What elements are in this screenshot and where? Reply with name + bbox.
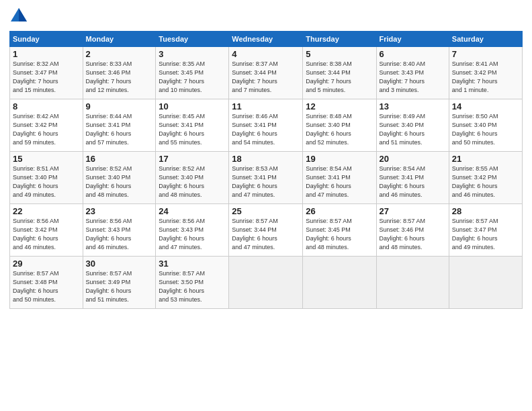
day-info: Sunrise: 8:49 AM Sunset: 3:40 PM Dayligh… xyxy=(380,112,446,147)
calendar-week-row: 8Sunrise: 8:42 AM Sunset: 3:42 PM Daylig… xyxy=(10,99,523,152)
day-info: Sunrise: 8:45 AM Sunset: 3:41 PM Dayligh… xyxy=(159,112,226,147)
day-info: Sunrise: 8:53 AM Sunset: 3:41 PM Dayligh… xyxy=(232,165,300,199)
day-number: 31 xyxy=(159,259,226,269)
calendar-day-cell: 25Sunrise: 8:57 AM Sunset: 3:44 PM Dayli… xyxy=(229,204,303,257)
svg-marker-1 xyxy=(19,8,27,21)
calendar-day-cell: 11Sunrise: 8:46 AM Sunset: 3:41 PM Dayli… xyxy=(229,99,303,152)
day-number: 10 xyxy=(159,101,226,111)
day-number: 12 xyxy=(306,101,373,111)
calendar-day-cell: 31Sunrise: 8:57 AM Sunset: 3:50 PM Dayli… xyxy=(156,257,229,309)
day-info: Sunrise: 8:57 AM Sunset: 3:47 PM Dayligh… xyxy=(452,217,519,252)
calendar-day-cell xyxy=(376,257,449,309)
day-info: Sunrise: 8:57 AM Sunset: 3:50 PM Dayligh… xyxy=(159,269,226,304)
calendar-week-row: 22Sunrise: 8:56 AM Sunset: 3:42 PM Dayli… xyxy=(10,204,523,257)
calendar-day-cell: 7Sunrise: 8:41 AM Sunset: 3:42 PM Daylig… xyxy=(449,47,522,99)
calendar-day-cell: 10Sunrise: 8:45 AM Sunset: 3:41 PM Dayli… xyxy=(156,99,229,152)
calendar-day-cell: 18Sunrise: 8:53 AM Sunset: 3:41 PM Dayli… xyxy=(229,152,303,204)
calendar-day-cell: 9Sunrise: 8:44 AM Sunset: 3:41 PM Daylig… xyxy=(83,99,156,152)
calendar-week-row: 1Sunrise: 8:32 AM Sunset: 3:47 PM Daylig… xyxy=(10,47,523,99)
weekday-header-wednesday: Wednesday xyxy=(229,32,303,47)
day-number: 30 xyxy=(86,259,153,269)
page: SundayMondayTuesdayWednesdayThursdayFrid… xyxy=(0,0,532,411)
weekday-header-friday: Friday xyxy=(376,32,449,47)
day-number: 22 xyxy=(13,206,80,216)
day-info: Sunrise: 8:41 AM Sunset: 3:42 PM Dayligh… xyxy=(452,60,519,95)
day-number: 1 xyxy=(13,49,80,59)
day-info: Sunrise: 8:48 AM Sunset: 3:40 PM Dayligh… xyxy=(306,112,373,147)
day-number: 9 xyxy=(86,101,153,111)
calendar-day-cell xyxy=(449,257,522,309)
day-number: 21 xyxy=(452,154,519,164)
day-info: Sunrise: 8:35 AM Sunset: 3:45 PM Dayligh… xyxy=(159,60,226,95)
day-number: 26 xyxy=(306,206,373,216)
calendar-day-cell: 26Sunrise: 8:57 AM Sunset: 3:45 PM Dayli… xyxy=(303,204,376,257)
calendar-table: SundayMondayTuesdayWednesdayThursdayFrid… xyxy=(9,31,523,309)
weekday-header-monday: Monday xyxy=(83,32,156,47)
calendar-week-row: 29Sunrise: 8:57 AM Sunset: 3:48 PM Dayli… xyxy=(10,257,523,309)
day-number: 20 xyxy=(380,154,446,164)
day-number: 11 xyxy=(232,101,300,111)
calendar-day-cell: 17Sunrise: 8:52 AM Sunset: 3:40 PM Dayli… xyxy=(156,152,229,204)
day-number: 8 xyxy=(13,101,80,111)
day-info: Sunrise: 8:51 AM Sunset: 3:40 PM Dayligh… xyxy=(13,165,80,199)
calendar-day-cell: 29Sunrise: 8:57 AM Sunset: 3:48 PM Dayli… xyxy=(10,257,83,309)
weekday-header-row: SundayMondayTuesdayWednesdayThursdayFrid… xyxy=(10,32,523,47)
day-info: Sunrise: 8:44 AM Sunset: 3:41 PM Dayligh… xyxy=(86,112,153,147)
calendar-day-cell: 12Sunrise: 8:48 AM Sunset: 3:40 PM Dayli… xyxy=(303,99,376,152)
day-number: 29 xyxy=(13,259,80,269)
day-number: 15 xyxy=(13,154,80,164)
day-info: Sunrise: 8:57 AM Sunset: 3:45 PM Dayligh… xyxy=(306,217,373,252)
day-info: Sunrise: 8:54 AM Sunset: 3:41 PM Dayligh… xyxy=(306,165,373,199)
day-number: 6 xyxy=(380,49,446,59)
logo-icon xyxy=(9,7,28,26)
calendar-day-cell: 8Sunrise: 8:42 AM Sunset: 3:42 PM Daylig… xyxy=(10,99,83,152)
weekday-header-sunday: Sunday xyxy=(10,32,83,47)
weekday-header-thursday: Thursday xyxy=(303,32,376,47)
calendar-day-cell: 5Sunrise: 8:38 AM Sunset: 3:44 PM Daylig… xyxy=(303,47,376,99)
calendar-day-cell: 19Sunrise: 8:54 AM Sunset: 3:41 PM Dayli… xyxy=(303,152,376,204)
day-info: Sunrise: 8:52 AM Sunset: 3:40 PM Dayligh… xyxy=(159,165,226,199)
calendar-day-cell: 4Sunrise: 8:37 AM Sunset: 3:44 PM Daylig… xyxy=(229,47,303,99)
day-info: Sunrise: 8:57 AM Sunset: 3:49 PM Dayligh… xyxy=(86,269,153,304)
day-number: 18 xyxy=(232,154,300,164)
calendar-day-cell: 1Sunrise: 8:32 AM Sunset: 3:47 PM Daylig… xyxy=(10,47,83,99)
day-info: Sunrise: 8:33 AM Sunset: 3:46 PM Dayligh… xyxy=(86,60,153,95)
day-info: Sunrise: 8:42 AM Sunset: 3:42 PM Dayligh… xyxy=(13,112,80,147)
calendar-day-cell: 24Sunrise: 8:56 AM Sunset: 3:43 PM Dayli… xyxy=(156,204,229,257)
calendar-day-cell: 21Sunrise: 8:55 AM Sunset: 3:42 PM Dayli… xyxy=(449,152,522,204)
day-info: Sunrise: 8:55 AM Sunset: 3:42 PM Dayligh… xyxy=(452,165,519,199)
day-info: Sunrise: 8:50 AM Sunset: 3:40 PM Dayligh… xyxy=(452,112,519,147)
day-info: Sunrise: 8:57 AM Sunset: 3:46 PM Dayligh… xyxy=(380,217,446,252)
day-number: 23 xyxy=(86,206,153,216)
weekday-header-saturday: Saturday xyxy=(449,32,522,47)
day-number: 28 xyxy=(452,206,519,216)
day-number: 27 xyxy=(380,206,446,216)
calendar-day-cell: 16Sunrise: 8:52 AM Sunset: 3:40 PM Dayli… xyxy=(83,152,156,204)
day-info: Sunrise: 8:56 AM Sunset: 3:43 PM Dayligh… xyxy=(86,217,153,252)
weekday-header-tuesday: Tuesday xyxy=(156,32,229,47)
logo xyxy=(9,7,31,26)
day-info: Sunrise: 8:52 AM Sunset: 3:40 PM Dayligh… xyxy=(86,165,153,199)
day-number: 16 xyxy=(86,154,153,164)
day-info: Sunrise: 8:32 AM Sunset: 3:47 PM Dayligh… xyxy=(13,60,80,95)
day-info: Sunrise: 8:40 AM Sunset: 3:43 PM Dayligh… xyxy=(380,60,446,95)
day-number: 5 xyxy=(306,49,373,59)
calendar-day-cell: 2Sunrise: 8:33 AM Sunset: 3:46 PM Daylig… xyxy=(83,47,156,99)
day-number: 13 xyxy=(380,101,446,111)
day-number: 17 xyxy=(159,154,226,164)
calendar-day-cell: 28Sunrise: 8:57 AM Sunset: 3:47 PM Dayli… xyxy=(449,204,522,257)
calendar-day-cell: 30Sunrise: 8:57 AM Sunset: 3:49 PM Dayli… xyxy=(83,257,156,309)
calendar-day-cell xyxy=(303,257,376,309)
day-info: Sunrise: 8:57 AM Sunset: 3:48 PM Dayligh… xyxy=(13,269,80,304)
day-number: 3 xyxy=(159,49,226,59)
calendar-day-cell: 23Sunrise: 8:56 AM Sunset: 3:43 PM Dayli… xyxy=(83,204,156,257)
day-info: Sunrise: 8:56 AM Sunset: 3:43 PM Dayligh… xyxy=(159,217,226,252)
calendar-day-cell: 20Sunrise: 8:54 AM Sunset: 3:41 PM Dayli… xyxy=(376,152,449,204)
day-info: Sunrise: 8:54 AM Sunset: 3:41 PM Dayligh… xyxy=(380,165,446,199)
calendar-day-cell: 14Sunrise: 8:50 AM Sunset: 3:40 PM Dayli… xyxy=(449,99,522,152)
calendar-day-cell: 6Sunrise: 8:40 AM Sunset: 3:43 PM Daylig… xyxy=(376,47,449,99)
day-number: 4 xyxy=(232,49,300,59)
calendar-day-cell: 3Sunrise: 8:35 AM Sunset: 3:45 PM Daylig… xyxy=(156,47,229,99)
day-info: Sunrise: 8:37 AM Sunset: 3:44 PM Dayligh… xyxy=(232,60,300,95)
day-number: 7 xyxy=(452,49,519,59)
